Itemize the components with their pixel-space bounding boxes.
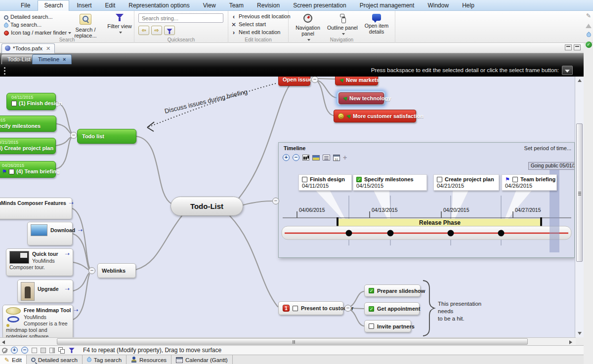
bottom-tab-calendar-gantt[interactable]: Calendar (Gantt) [171,355,233,364]
collapse-toggle[interactable] [88,267,95,274]
quicksearch-filter-button[interactable] [164,26,175,35]
checkbox-icon[interactable] [293,306,298,311]
checkbox-icon[interactable] [512,177,518,182]
drag-grip-icon[interactable] [4,67,6,75]
tag-droplet-icon[interactable] [586,32,592,38]
scroll-right-icon[interactable] [569,340,572,344]
timeline-panel[interactable]: Timeline Set period of time... + − 31 + [278,142,575,258]
weblink-features-card[interactable]: YouMinds Composer Features➝ [0,198,72,219]
search-string-input[interactable] [138,13,223,23]
pencil-icon[interactable]: ✎ [586,12,591,19]
vertical-scrollbar[interactable] [575,77,584,337]
weblinks-branch-node[interactable]: Weblinks [97,263,136,278]
cascade-windows-icon[interactable] [58,347,64,353]
horizontal-scroll-thumb[interactable] [57,338,528,345]
checkbox-checked-icon[interactable] [369,288,374,293]
more-customer-satisfaction-node[interactable]: ☺More customer satisfaction [334,110,416,122]
frame-view-icon[interactable] [32,348,37,353]
bottom-tab-edit[interactable]: ✎Edit [0,355,27,364]
menu-insert[interactable]: Insert [71,0,98,11]
prepare-slideshow-node[interactable]: Prepare slideshow [364,284,421,297]
open-issues-node[interactable]: Open issues [278,77,310,86]
ruler-icon[interactable] [586,24,592,28]
check-circle-icon[interactable]: ✓ [586,41,592,48]
weblink-free-mindmap-card[interactable]: Free Mindmap Tool➝ YouMinds Composer is … [2,305,73,337]
task-node-specify-milestones[interactable]: 04/15/2015 (2) Specify milestones [0,116,56,132]
menu-team[interactable]: Team [223,0,250,11]
quicksearch-back-button[interactable]: ⇦ [138,26,149,35]
filter-view-button[interactable]: Filter view [107,13,132,35]
new-technology-node[interactable]: New technology [339,92,384,104]
next-edit-location-button[interactable]: ›Next edit location [231,29,280,36]
todo-list-branch-node[interactable]: Todo list [77,129,136,144]
frame-split-view-icon[interactable] [49,348,55,353]
bottom-tab-tag-search[interactable]: Tag search [83,355,127,364]
menu-project-management[interactable]: Project management [354,0,421,11]
quicksearch-forward-button[interactable]: ⇨ [151,26,162,35]
minimize-view-button[interactable] [565,44,572,50]
menu-view[interactable]: View [197,0,222,11]
collapse-toggle[interactable] [344,305,351,312]
menu-search[interactable]: Search [38,0,69,11]
checkbox-icon[interactable] [369,324,374,329]
vertical-scroll-thumb[interactable] [576,123,583,262]
maximize-view-button[interactable] [574,44,581,50]
mindmap-canvas[interactable]: Discuss issues during briefing 04/11/201… [0,77,575,337]
weblink-upgrade-card[interactable]: Upgrade➝ [17,280,73,303]
checkbox-icon[interactable] [11,101,17,106]
get-appointment-node[interactable]: Get appointment [364,302,420,315]
menu-window[interactable]: Window [422,0,455,11]
close-icon[interactable]: ✕ [46,45,50,51]
open-item-details-button[interactable]: Open item details [359,13,394,35]
task-node-team-briefing[interactable]: 04/26/2015 ⚑(4) Team briefing [0,161,56,178]
task-node-create-project-plan[interactable]: 04/21/2015 (3) Create project plan [0,138,56,154]
weblink-quick-tour-card[interactable]: Quick tour➝ YouMinds Composer tour. [6,248,73,276]
zoom-out-icon[interactable]: − [21,347,28,354]
menu-revision[interactable]: Revision [251,0,286,11]
bottom-tab-resources[interactable]: Resources [127,355,171,364]
invite-partners-node[interactable]: Invite partners [364,320,411,332]
timeline-card-team-briefing[interactable]: ⚑Team briefing 04/26/2015 [502,174,557,191]
task-node-finish-design[interactable]: 04/11/2015 (1) Finish design [6,93,56,110]
no-action-icon[interactable] [2,348,7,353]
menu-edit[interactable]: Edit [99,0,122,11]
tab-todo-list[interactable]: Todo-List [1,54,37,64]
frame-filled-view-icon[interactable] [41,348,46,353]
horizontal-scrollbar[interactable] [0,337,576,345]
detailed-search-button[interactable]: Detailed search... [4,13,53,21]
menu-help[interactable]: Help [456,0,480,11]
collapse-toggle[interactable] [70,132,77,139]
checkbox-icon[interactable] [9,169,14,174]
document-tab-todos[interactable]: *Todos.pafx✕ [1,43,55,53]
close-icon[interactable]: × [63,56,66,62]
timeline-card-finish-design[interactable]: Finish design 04/11/2015 [298,174,352,191]
bottom-tab-detailed-search[interactable]: Detailed search [27,355,83,364]
tag-search-button[interactable]: Tag search... [4,21,42,29]
search-replace-button[interactable]: Search / replace... [66,13,105,39]
funnel-icon[interactable] [69,348,74,353]
scroll-down-icon[interactable] [578,332,582,335]
menu-screen-presentation[interactable]: Screen presentation [287,0,352,11]
checkbox-checked-icon[interactable] [356,177,362,182]
present-to-customer-node[interactable]: 1 Present to customer [278,301,343,315]
tab-timeline[interactable]: Timeline× [32,54,72,64]
previous-edit-location-button[interactable]: ‹Previous edit location [231,13,291,20]
collapse-toggle[interactable] [272,198,279,204]
scroll-up-icon[interactable] [578,79,582,82]
outline-panel-button[interactable]: Outline panel [327,13,358,37]
checkbox-icon[interactable] [302,177,307,182]
scroll-left-icon[interactable] [2,340,5,344]
select-start-button[interactable]: ✕Select start [231,21,266,28]
going-public-label[interactable]: Going public 05/01/2015 [528,162,575,170]
central-topic-node[interactable]: Todo-List [170,197,243,216]
checkbox-icon[interactable] [437,177,442,182]
timeline-card-create-project-plan[interactable]: Create project plan 04/21/2015 [433,174,499,191]
selection-frame[interactable]: New technology [337,90,386,106]
menu-file[interactable]: File [15,0,36,11]
menu-representation-options[interactable]: Representation options [123,0,195,11]
checkbox-checked-icon[interactable] [369,306,374,312]
select-frame-dropdown-button[interactable] [562,66,573,75]
timeline-card-specify-milestones[interactable]: Specify milestones 04/15/2015 [353,174,427,191]
new-markets-node[interactable]: New markets [335,77,378,85]
icon-tag-marker-finder-button[interactable]: Icon tag / marker finder [4,29,71,37]
